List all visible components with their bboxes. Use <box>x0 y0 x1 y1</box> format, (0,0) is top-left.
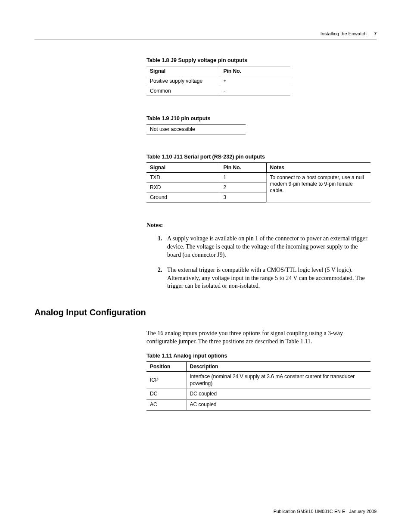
table-cell: DC <box>146 389 186 400</box>
table-cell: - <box>220 86 290 96</box>
table-row: DC DC coupled <box>146 389 371 400</box>
table-1-8: Signal Pin No. Positive supply voltage +… <box>146 66 290 96</box>
table-cell: AC <box>146 399 186 410</box>
table-header: Description <box>186 362 371 372</box>
note-number: 1. <box>158 235 162 243</box>
table-header: Pin No. <box>220 163 266 173</box>
table-row: Common - <box>146 86 290 96</box>
table-cell: ICP <box>146 372 186 389</box>
table-cell: Ground <box>146 193 220 202</box>
table-header: Signal <box>146 163 220 173</box>
table-row: Positive supply voltage + <box>146 76 290 86</box>
note-text: A supply voltage is available on pin 1 o… <box>167 235 367 258</box>
note-number: 2. <box>158 266 162 274</box>
section-heading: Analog Input Configuration <box>34 308 377 317</box>
table-cell: 2 <box>220 183 266 193</box>
table-1-9: Not user accessible <box>146 124 246 134</box>
table-header: Signal <box>146 66 220 76</box>
table-cell: + <box>220 76 290 86</box>
page-number: 7 <box>374 31 377 36</box>
table-row: AC AC coupled <box>146 399 371 410</box>
table-cell: TXD <box>146 173 220 183</box>
section-body: The 16 analog inputs provide you three o… <box>146 330 371 346</box>
table-1-9-caption: Table 1.9 J10 pin outputs <box>146 115 371 121</box>
running-title: Installing the Enwatch <box>321 31 367 36</box>
notes-label: Notes: <box>146 222 371 229</box>
table-cell-notes: To connect to a host computer, use a nul… <box>266 173 371 202</box>
notes-list: 1. A supply voltage is available on pin … <box>159 235 371 290</box>
table-cell: Not user accessible <box>146 124 246 134</box>
note-text: The external trigger is compatible with … <box>167 267 365 289</box>
table-1-10: Signal Pin No. Notes TXD 1 To connect to… <box>146 162 371 202</box>
note-item: 1. A supply voltage is available on pin … <box>159 235 371 259</box>
table-row: TXD 1 To connect to a host computer, use… <box>146 173 371 183</box>
table-cell: 3 <box>220 193 266 202</box>
table-1-11-caption: Table 1.11 Analog input options <box>146 353 371 359</box>
table-cell: DC coupled <box>186 389 371 400</box>
table-header: Pin No. <box>220 66 290 76</box>
footer-publication: Publication GMSI10-UM031C-EN-E - January… <box>274 509 377 514</box>
table-header: Position <box>146 362 186 372</box>
table-cell: RXD <box>146 183 220 193</box>
table-cell: Positive supply voltage <box>146 76 220 86</box>
table-cell: Interface (nominal 24 V supply at 3.6 mA… <box>186 372 371 389</box>
table-header: Notes <box>266 163 371 173</box>
running-header: Installing the Enwatch 7 <box>34 31 377 36</box>
header-rule <box>34 40 377 40</box>
table-1-11: Position Description ICP Interface (nomi… <box>146 361 371 410</box>
table-cell: Common <box>146 86 220 96</box>
table-cell: AC coupled <box>186 399 371 410</box>
table-row: ICP Interface (nominal 24 V supply at 3.… <box>146 372 371 389</box>
note-item: 2. The external trigger is compatible wi… <box>159 266 371 291</box>
table-cell: 1 <box>220 173 266 183</box>
table-1-10-caption: Table 1.10 J11 Serial port (RS-232) pin … <box>146 154 371 160</box>
table-1-8-caption: Table 1.8 J9 Supply voltage pin outputs <box>146 57 371 63</box>
